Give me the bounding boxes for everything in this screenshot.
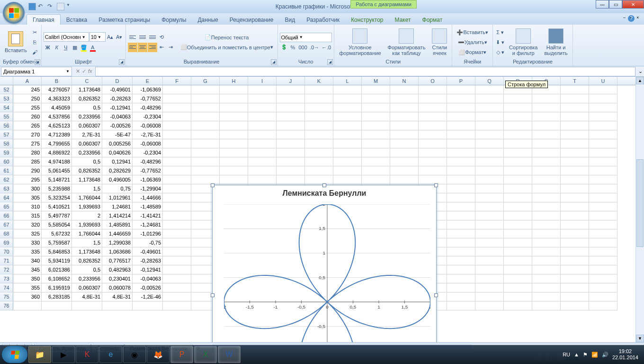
cell[interactable]: 295 (13, 175, 42, 184)
cell[interactable] (589, 211, 617, 220)
row-header[interactable]: 71 (0, 256, 13, 265)
cell[interactable] (220, 85, 248, 94)
cell[interactable] (447, 148, 475, 157)
cell[interactable]: 4,974188 (42, 157, 72, 166)
cell[interactable] (163, 292, 191, 301)
col-header-J[interactable]: J (277, 77, 305, 85)
cell[interactable] (72, 301, 102, 310)
row-header[interactable]: 57 (0, 130, 13, 139)
col-header-G[interactable]: G (191, 77, 220, 85)
row-header[interactable]: 72 (0, 265, 13, 274)
cell[interactable]: 300 (13, 184, 42, 193)
cell[interactable] (305, 166, 333, 175)
cell[interactable]: 290 (13, 166, 42, 175)
cell[interactable] (475, 256, 504, 265)
cell[interactable] (305, 175, 333, 184)
undo-icon[interactable]: ↶ (38, 3, 45, 10)
row-header[interactable]: 60 (0, 157, 13, 166)
cell[interactable] (561, 139, 589, 148)
chart-title[interactable]: Лемниската Бернулли (213, 185, 436, 200)
cell[interactable] (362, 166, 390, 175)
cell[interactable] (475, 148, 504, 157)
cell[interactable]: 4,625123 (42, 121, 72, 130)
cell[interactable] (532, 139, 561, 148)
cell[interactable]: 330 (13, 238, 42, 247)
start-button[interactable] (2, 346, 27, 363)
cell[interactable] (277, 94, 305, 103)
cell[interactable]: 6,021386 (42, 265, 72, 274)
cell[interactable] (248, 112, 277, 121)
cell[interactable]: 4,8E-31 (72, 292, 102, 301)
row-header[interactable]: 73 (0, 274, 13, 283)
scroll-down-arrow[interactable]: ▼ (636, 335, 644, 342)
cell[interactable] (532, 193, 561, 202)
cell[interactable] (220, 94, 248, 103)
cell[interactable] (475, 229, 504, 238)
cell[interactable] (532, 112, 561, 121)
cell[interactable] (220, 112, 248, 121)
cell[interactable]: 5,148721 (42, 175, 72, 184)
cell[interactable] (532, 265, 561, 274)
cell[interactable] (561, 175, 589, 184)
font-color-button[interactable]: A (89, 43, 97, 52)
cell[interactable] (447, 166, 475, 175)
cell[interactable]: -1,01296 (133, 229, 163, 238)
formula-expand-icon[interactable]: ⌄ (636, 68, 644, 74)
cell[interactable]: -0,2304 (133, 148, 163, 157)
cell[interactable] (504, 175, 532, 184)
cell[interactable] (390, 130, 419, 139)
cell[interactable] (589, 103, 617, 112)
cell[interactable]: 0,12941 (102, 157, 133, 166)
cell[interactable] (532, 220, 561, 229)
col-header-D[interactable]: D (102, 77, 133, 85)
cell[interactable]: 0,776517 (102, 256, 133, 265)
tab-format[interactable]: Формат (417, 15, 448, 25)
wrap-text-button[interactable]: 📄 Перенос текста (178, 33, 276, 42)
insert-cells-button[interactable]: ➕ Вставить ▾ (454, 27, 491, 37)
col-header-U[interactable]: U (589, 77, 617, 85)
cell[interactable] (589, 139, 617, 148)
cell[interactable] (475, 139, 504, 148)
cell[interactable]: 1,173648 (72, 175, 102, 184)
cell[interactable] (102, 301, 133, 310)
cell[interactable] (305, 148, 333, 157)
cell[interactable] (447, 175, 475, 184)
cell[interactable] (504, 247, 532, 256)
cell[interactable] (504, 193, 532, 202)
font-name-combo[interactable]: Calibri (Основн▼ (44, 32, 89, 42)
cell[interactable]: 0,060307 (72, 283, 102, 292)
alignment-dialog-launcher[interactable]: ◢ (271, 59, 277, 65)
enter-formula-icon[interactable]: ✓ (82, 68, 86, 74)
cell[interactable] (561, 283, 589, 292)
cell[interactable]: 5,67232 (42, 229, 72, 238)
cell[interactable] (475, 121, 504, 130)
cell[interactable] (561, 229, 589, 238)
tray-clock[interactable]: 19:02 22.01.2014 (612, 348, 638, 361)
tray-volume-icon[interactable]: 🔊 (602, 352, 608, 358)
cell[interactable] (305, 85, 333, 94)
cell[interactable]: 1,299038 (102, 238, 133, 247)
cell[interactable] (277, 130, 305, 139)
comma-button[interactable]: 000 (298, 43, 308, 52)
taskbar-media[interactable]: ▶ (52, 346, 75, 363)
cell[interactable] (163, 112, 191, 121)
cell[interactable] (561, 130, 589, 139)
cell[interactable] (475, 265, 504, 274)
cell[interactable]: -1,2E-46 (133, 292, 163, 301)
cell[interactable] (220, 157, 248, 166)
increase-decimal-button[interactable]: .0→ (309, 43, 320, 52)
cell[interactable] (475, 238, 504, 247)
cell[interactable] (532, 166, 561, 175)
cell[interactable]: 1,414214 (102, 211, 133, 220)
cell[interactable] (362, 103, 390, 112)
cell[interactable] (248, 166, 277, 175)
cell[interactable] (504, 283, 532, 292)
shrink-font-button[interactable]: A▾ (115, 32, 124, 42)
cell[interactable]: 260 (13, 112, 42, 121)
cell[interactable]: -0,04063 (102, 112, 133, 121)
cell[interactable]: 355 (13, 283, 42, 292)
cell[interactable] (163, 247, 191, 256)
sort-filter-button[interactable]: Сортировка и фильтр (506, 26, 540, 59)
cell[interactable] (504, 139, 532, 148)
cell[interactable]: 1,939693 (72, 220, 102, 229)
